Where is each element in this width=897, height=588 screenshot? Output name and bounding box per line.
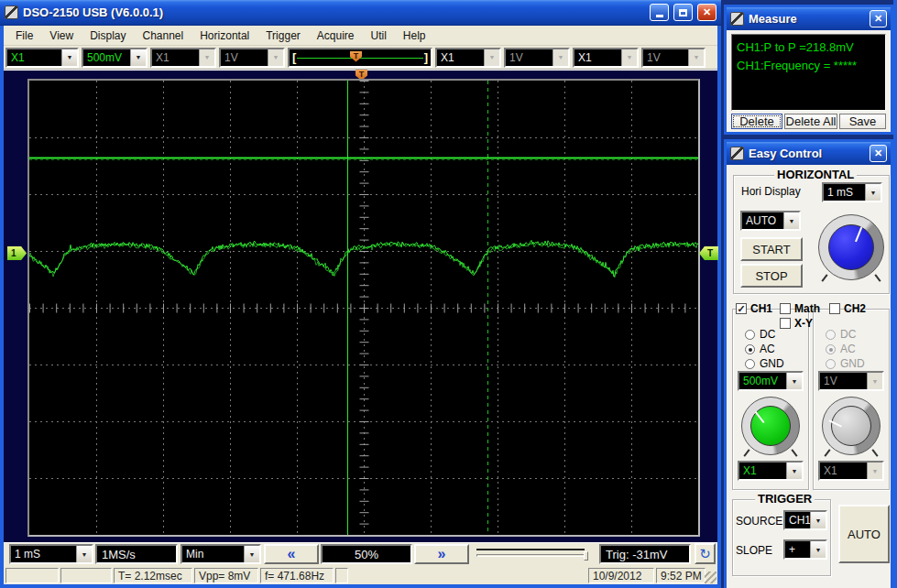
ch1-volts-value: 500mV (83, 49, 130, 66)
ch2-volts-combo[interactable]: 1V ▼ (219, 48, 285, 68)
resize-grip[interactable] (705, 572, 717, 583)
trigger-slope-combo[interactable]: + ▼ (783, 539, 827, 560)
ch1-checkbox-row[interactable]: ✓ CH1 (736, 302, 772, 315)
dropdown-arrow-icon[interactable]: ▼ (865, 184, 881, 201)
dropdown-arrow-icon: ▼ (268, 49, 283, 66)
ch2-volts-value: 1V (221, 49, 268, 66)
dropdown-arrow-icon[interactable]: ▼ (61, 49, 77, 66)
ch1-probe-panel-combo[interactable]: X1 ▼ (738, 461, 804, 481)
dropdown-arrow-icon[interactable]: ▼ (786, 463, 802, 479)
trigger-position-marker[interactable]: T (350, 51, 362, 62)
buffer-combo[interactable]: Min ▼ (180, 544, 261, 564)
ch2-dc-radio-row[interactable]: DC (826, 328, 856, 341)
menu-channel[interactable]: Channel (135, 27, 192, 44)
hori-mode-combo[interactable]: AUTO ▼ (740, 211, 801, 231)
hori-timebase-combo[interactable]: 1 mS ▼ (822, 182, 882, 202)
menubar: File View Display Channel Horizontal Tri… (4, 26, 717, 46)
trigger-source-combo[interactable]: CH1 ▼ (783, 510, 827, 530)
menu-horizontal[interactable]: Horizontal (191, 27, 257, 44)
trigger-position-slider[interactable]: [ ] T (288, 48, 432, 68)
menu-util[interactable]: Util (363, 27, 395, 44)
scroll-left-icon: « (288, 548, 296, 561)
aux2-volts-value: 1V (643, 49, 688, 66)
ch2-checkbox-row[interactable]: CH2 (829, 302, 866, 315)
aux1-probe-value: X1 (437, 49, 484, 66)
hori-timebase-value: 1 mS (824, 184, 865, 201)
ch2-knob-face (831, 406, 872, 447)
delete-button[interactable]: Delete (731, 114, 782, 129)
aux1-volts-combo[interactable]: 1V ▼ (504, 48, 570, 68)
xy-checkbox-row[interactable]: X-Y (780, 317, 813, 330)
aux1-volts-value: 1V (506, 49, 552, 66)
ch2-volts-panel-combo: 1V ▼ (818, 371, 884, 391)
ch2-knob[interactable] (822, 397, 881, 455)
menu-file[interactable]: File (7, 27, 41, 44)
ch2-probe-combo[interactable]: X1 ▼ (150, 48, 216, 68)
aux2-probe-combo[interactable]: X1 ▼ (573, 48, 639, 68)
level-slider-handle[interactable] (584, 551, 588, 561)
easy-control-titlebar[interactable]: Easy Control ✕ (727, 142, 891, 165)
easy-control-close-button[interactable]: ✕ (870, 145, 887, 162)
dropdown-arrow-icon: ▼ (621, 49, 637, 66)
ch1-dc-radio-row[interactable]: DC (745, 328, 775, 341)
ch2-ac-radio (826, 344, 836, 354)
math-checkbox-row[interactable]: Math (780, 302, 820, 315)
source-label: SOURCE (736, 515, 782, 528)
scroll-left-button[interactable]: « (264, 544, 319, 564)
start-button[interactable]: START (740, 237, 803, 261)
slider-left-bracket: [ (292, 50, 296, 64)
window-border-right (717, 26, 721, 584)
close-button[interactable]: ✕ (697, 4, 717, 21)
horizontal-knob-face (828, 224, 874, 270)
menu-acquire[interactable]: Acquire (309, 27, 363, 44)
ch2-checkbox[interactable] (829, 303, 840, 314)
dropdown-arrow-icon[interactable]: ▼ (76, 546, 92, 562)
ch1-volts-panel-combo[interactable]: 500mV ▼ (738, 371, 804, 391)
ch1-gnd-radio[interactable] (745, 359, 755, 369)
menu-display[interactable]: Display (82, 27, 134, 44)
ch1-volts-combo[interactable]: 500mV ▼ (82, 48, 148, 68)
ch1-checkbox[interactable]: ✓ (736, 303, 747, 314)
ch1-probe-combo[interactable]: X1 ▼ (5, 48, 79, 68)
minimize-button[interactable] (650, 4, 669, 21)
aux2-volts-combo[interactable]: 1V ▼ (641, 48, 706, 68)
dropdown-arrow-icon[interactable]: ▼ (810, 512, 826, 528)
ch1-ac-radio[interactable] (745, 344, 755, 354)
math-checkbox[interactable] (780, 303, 791, 314)
measure-line-frequency: CH1:Frequency = ***** (737, 57, 881, 75)
horizontal-knob[interactable] (818, 214, 884, 280)
delete-all-button[interactable]: Delete All (784, 114, 837, 129)
menu-help[interactable]: Help (395, 27, 434, 44)
stop-button[interactable]: STOP (740, 264, 803, 288)
save-button[interactable]: Save (839, 114, 886, 129)
ch2-ac-radio-row[interactable]: AC (826, 343, 856, 355)
menu-trigger[interactable]: Trigger (257, 27, 309, 44)
refresh-button[interactable]: ↻ (695, 543, 716, 564)
scroll-right-button[interactable]: » (414, 544, 469, 564)
dropdown-arrow-icon[interactable]: ▼ (130, 49, 146, 66)
waveform-canvas[interactable] (29, 81, 698, 535)
ch1-ac-radio-row[interactable]: AC (745, 343, 775, 355)
menu-view[interactable]: View (41, 27, 82, 44)
xy-checkbox[interactable] (780, 318, 791, 329)
timebase-combo[interactable]: 1 mS ▼ (9, 544, 93, 564)
scope-display[interactable] (27, 79, 700, 537)
ch2-gnd-radio-row[interactable]: GND (826, 357, 865, 370)
dropdown-arrow-icon[interactable]: ▼ (786, 373, 802, 389)
ch1-dc-radio[interactable] (745, 330, 755, 340)
measure-titlebar[interactable]: Measure ✕ (727, 7, 891, 30)
main-titlebar[interactable]: DSO-2150 USB (V6.0.0.1) ✕ (0, 0, 721, 26)
ch2-probe-value: X1 (152, 49, 199, 66)
level-slider[interactable] (476, 546, 594, 562)
dropdown-arrow-icon[interactable]: ▼ (810, 541, 826, 558)
dropdown-arrow-icon[interactable]: ▼ (244, 546, 259, 562)
dropdown-arrow-icon[interactable]: ▼ (783, 212, 799, 229)
ch1-gnd-radio-row[interactable]: GND (745, 357, 784, 370)
maximize-button[interactable] (673, 4, 693, 21)
status-cell-empty-1 (5, 568, 59, 583)
trigger-auto-button[interactable]: AUTO (838, 505, 890, 563)
dropdown-arrow-icon: ▼ (199, 49, 214, 66)
ch1-knob[interactable] (741, 397, 800, 455)
measure-close-button[interactable]: ✕ (870, 10, 887, 27)
aux1-probe-combo[interactable]: X1 ▼ (435, 48, 501, 68)
